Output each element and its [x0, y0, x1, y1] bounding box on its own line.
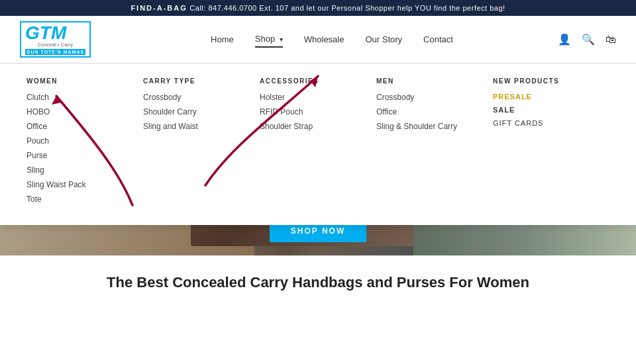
carry-crossbody[interactable]: Crossbody	[143, 93, 246, 102]
logo-sub-text: Conceal • Carry	[25, 42, 85, 48]
account-icon[interactable]: 👤	[558, 33, 571, 46]
women-office[interactable]: Office	[26, 122, 130, 131]
dropdown-col-accessories: ACCESSORIES Holster RFID Pouch Shoulder …	[260, 77, 376, 209]
logo-area: GTM Conceal • Carry GUN TOTE'N MAMAS	[20, 21, 106, 58]
search-icon[interactable]: 🔍	[582, 33, 595, 46]
main-nav: Home Shop ▾ Wholesale Our Story Contact	[106, 31, 558, 48]
new-sale[interactable]: SALE	[493, 106, 596, 114]
logo-tagline-text: GUN TOTE'N MAMAS	[25, 49, 85, 55]
women-purse[interactable]: Purse	[26, 151, 130, 160]
announcement-bar: FIND-A-BAG Call: 847.446.0700 Ext. 107 a…	[0, 0, 636, 16]
acc-rfid-pouch[interactable]: RFID Pouch	[260, 107, 363, 116]
announcement-text: Call: 847.446.0700 Ext. 107 and let our …	[187, 4, 505, 12]
women-clutch[interactable]: Clutch	[26, 93, 130, 102]
col-accessories-title: ACCESSORIES	[260, 77, 363, 85]
col-men-title: MEN	[376, 77, 480, 85]
col-women-title: WOMEN	[26, 77, 130, 85]
men-office[interactable]: Office	[376, 107, 480, 116]
dropdown-menu: WOMEN Clutch HOBO Office Pouch Purse Sli…	[0, 64, 636, 225]
logo-box[interactable]: GTM Conceal • Carry GUN TOTE'N MAMAS	[20, 21, 91, 58]
dropdown-col-men: MEN Crossbody Office Sling & Shoulder Ca…	[376, 77, 493, 209]
new-presale[interactable]: PRESALE	[493, 93, 596, 101]
header: GTM Conceal • Carry GUN TOTE'N MAMAS Hom…	[0, 16, 636, 64]
new-gift-cards[interactable]: GIFT CARDS	[493, 119, 596, 127]
women-hobo[interactable]: HOBO	[26, 107, 130, 116]
col-carry-title: CARRY TYPE	[143, 77, 246, 85]
women-sling-waist-pack[interactable]: Sling Waist Pack	[26, 180, 130, 189]
below-hero-section: The Best Concealed Carry Handbags and Pu…	[0, 255, 636, 302]
nav-our-story[interactable]: Our Story	[365, 32, 402, 47]
dropdown-col-carry: CARRY TYPE Crossbody Shoulder Carry Slin…	[143, 77, 260, 209]
nav-shop[interactable]: Shop ▾	[255, 31, 283, 48]
women-pouch[interactable]: Pouch	[26, 136, 130, 146]
nav-home[interactable]: Home	[211, 32, 234, 47]
women-tote[interactable]: Tote	[26, 195, 130, 204]
below-hero-title: The Best Concealed Carry Handbags and Pu…	[20, 274, 616, 291]
carry-sling-waist[interactable]: Sling and Waist	[143, 122, 246, 131]
women-sling[interactable]: Sling	[26, 165, 130, 175]
men-sling-shoulder[interactable]: Sling & Shoulder Carry	[376, 122, 480, 131]
logo-gtm-text: GTM	[25, 24, 85, 42]
nav-icons: 👤 🔍 🛍	[558, 33, 616, 46]
nav-contact[interactable]: Contact	[423, 32, 453, 47]
announcement-find-label: FIND-A-BAG	[131, 4, 187, 12]
col-new-title: NEW PRODUCTS	[493, 77, 596, 85]
dropdown-col-new: NEW PRODUCTS PRESALE SALE GIFT CARDS	[493, 77, 610, 209]
dropdown-col-women: WOMEN Clutch HOBO Office Pouch Purse Sli…	[26, 77, 143, 209]
cart-icon[interactable]: 🛍	[606, 34, 616, 46]
shop-chevron-icon: ▾	[280, 36, 283, 43]
header-wrapper: FIND-A-BAG Call: 847.446.0700 Ext. 107 a…	[0, 0, 636, 64]
acc-holster[interactable]: Holster	[260, 93, 363, 102]
nav-wholesale[interactable]: Wholesale	[304, 32, 344, 47]
acc-shoulder-strap[interactable]: Shoulder Strap	[260, 122, 363, 131]
men-crossbody[interactable]: Crossbody	[376, 93, 480, 102]
carry-shoulder[interactable]: Shoulder Carry	[143, 107, 246, 116]
